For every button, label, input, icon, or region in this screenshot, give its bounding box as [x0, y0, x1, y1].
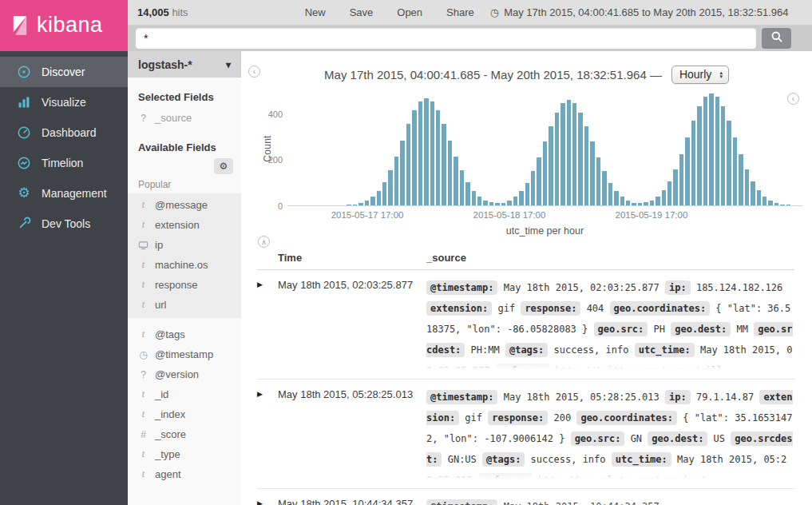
histogram-bar[interactable] — [543, 141, 547, 205]
histogram-bar[interactable] — [442, 124, 446, 205]
histogram-bar[interactable] — [721, 106, 725, 205]
histogram-bar[interactable] — [370, 197, 374, 205]
field-badge[interactable]: response: — [488, 411, 548, 425]
histogram-bar[interactable] — [614, 191, 618, 205]
expand-row-icon[interactable]: ▶ — [257, 277, 278, 372]
histogram-bar[interactable] — [590, 141, 594, 205]
histogram-bar[interactable] — [347, 205, 351, 205]
histogram-bar[interactable] — [673, 169, 677, 205]
histogram-bar[interactable] — [507, 201, 511, 205]
histogram-bar[interactable] — [774, 203, 778, 205]
histogram-bar[interactable] — [412, 110, 416, 205]
field-badge[interactable]: ip: — [665, 390, 691, 404]
histogram-bar[interactable] — [382, 182, 386, 205]
histogram-bar[interactable] — [780, 205, 784, 205]
field-_type[interactable]: t_type — [128, 444, 241, 464]
histogram-bar[interactable] — [483, 201, 487, 205]
histogram-bar[interactable] — [400, 141, 404, 206]
histogram-bar[interactable] — [567, 100, 571, 205]
field-badge[interactable]: utc_time: — [635, 343, 695, 357]
sidebar-item-management[interactable]: ⚙Management — [0, 178, 128, 209]
field-badge[interactable]: ip: — [665, 280, 691, 295]
field-badge[interactable]: geo.coordinates: — [610, 301, 711, 316]
histogram-bar[interactable] — [501, 203, 505, 205]
histogram-bar[interactable] — [745, 169, 749, 205]
timepicker-button[interactable]: ◷ May 17th 2015, 04:00:41.685 to May 20t… — [490, 6, 789, 18]
nav-save[interactable]: Save — [350, 6, 374, 18]
histogram-bar[interactable] — [762, 197, 766, 205]
field-_index[interactable]: t_index — [128, 404, 241, 424]
field-@version[interactable]: ?@version — [128, 364, 241, 384]
field-response[interactable]: tresponse — [128, 275, 241, 295]
histogram-bar[interactable] — [608, 183, 612, 205]
histogram-bar[interactable] — [537, 157, 541, 205]
histogram-bar[interactable] — [560, 103, 564, 205]
sidebar-item-timelion[interactable]: Timelion — [0, 148, 128, 178]
sidebar-item-discover[interactable]: Discover — [0, 57, 128, 87]
histogram-bar[interactable] — [525, 183, 529, 205]
histogram-bar[interactable] — [602, 171, 606, 205]
histogram-bar[interactable] — [596, 157, 600, 205]
histogram-bar[interactable] — [513, 197, 517, 205]
histogram-bar[interactable] — [572, 103, 576, 205]
histogram-bar[interactable] — [418, 101, 422, 205]
field-@message[interactable]: t@message — [128, 195, 241, 215]
histogram-bar[interactable] — [578, 113, 582, 205]
field-badge[interactable]: geo.dest: — [671, 322, 731, 336]
field-badge[interactable]: referer: — [496, 364, 550, 372]
histogram-bar[interactable] — [697, 106, 701, 205]
histogram-bar[interactable] — [626, 201, 630, 205]
histogram-bar[interactable] — [715, 97, 719, 205]
histogram-bar[interactable] — [388, 170, 392, 205]
histogram-bar[interactable] — [519, 191, 523, 205]
field-agent[interactable]: tagent — [128, 464, 241, 484]
histogram-bar[interactable] — [662, 190, 666, 205]
histogram-bar[interactable] — [751, 181, 755, 205]
sidebar-item-dev-tools[interactable]: Dev Tools — [0, 209, 128, 239]
histogram-bar[interactable] — [709, 93, 713, 205]
histogram-bar[interactable] — [727, 121, 731, 205]
field-@timestamp[interactable]: ◷@timestamp — [128, 344, 241, 364]
field-_score[interactable]: #_score — [128, 424, 241, 444]
index-pattern-selector[interactable]: logstash-* ▾ — [128, 51, 241, 78]
collapse-left-chevron-icon[interactable]: ‹ — [248, 66, 260, 78]
field-badge[interactable]: @tags: — [482, 452, 525, 467]
field-badge[interactable]: geo.coordinates: — [576, 411, 677, 425]
field-_id[interactable]: t_id — [128, 384, 241, 404]
histogram-bar[interactable] — [406, 124, 410, 205]
histogram-bar[interactable] — [691, 121, 695, 205]
histogram-bar[interactable] — [620, 197, 624, 205]
field-_source[interactable]: ?_source — [128, 108, 241, 128]
histogram-bar[interactable] — [495, 203, 499, 205]
histogram-bar[interactable] — [460, 170, 464, 205]
collapse-up-chevron-icon[interactable]: ∧ — [258, 236, 270, 248]
expand-row-icon[interactable]: ▶ — [257, 387, 278, 481]
field-settings-button[interactable]: ⚙ — [214, 158, 233, 174]
histogram-bar[interactable] — [786, 205, 790, 205]
field-badge[interactable]: geo.src: — [594, 322, 648, 336]
histogram-bar[interactable] — [477, 197, 481, 205]
field-extension[interactable]: textension — [128, 215, 241, 235]
histogram-bar[interactable] — [638, 203, 642, 205]
field-badge[interactable]: response: — [521, 301, 580, 316]
field-ip[interactable]: ip — [128, 235, 241, 255]
histogram-bar[interactable] — [632, 203, 636, 205]
histogram-bar[interactable] — [430, 101, 434, 205]
histogram-bar[interactable] — [679, 154, 683, 205]
field-badge[interactable]: @tags: — [505, 343, 548, 357]
histogram-bar[interactable] — [436, 110, 440, 205]
field-badge[interactable]: geo.dest: — [648, 431, 707, 446]
field-badge[interactable]: @timestamp: — [426, 499, 497, 505]
histogram-bar[interactable] — [394, 157, 398, 205]
histogram-bar[interactable] — [768, 201, 772, 205]
nav-open[interactable]: Open — [397, 6, 422, 18]
histogram-bar[interactable] — [448, 141, 452, 206]
nav-new[interactable]: New — [305, 6, 326, 18]
histogram-bar[interactable] — [424, 98, 428, 205]
histogram-bar[interactable] — [377, 191, 381, 205]
histogram-bar[interactable] — [365, 201, 369, 205]
histogram-bar[interactable] — [472, 191, 476, 205]
histogram-bar[interactable] — [555, 113, 559, 205]
histogram-bar[interactable] — [656, 197, 660, 205]
search-button[interactable] — [762, 28, 791, 49]
